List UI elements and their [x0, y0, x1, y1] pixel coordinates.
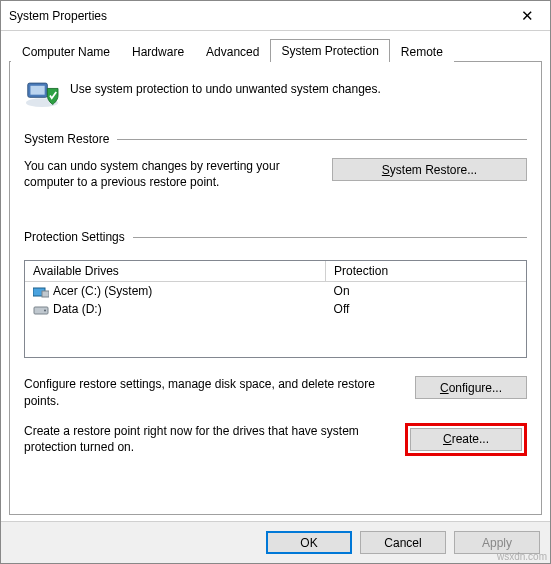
btn-label: reate...: [452, 432, 489, 446]
btn-accel: C: [440, 381, 449, 395]
tab-advanced[interactable]: Advanced: [195, 41, 270, 62]
title-bar: System Properties ✕: [1, 1, 550, 31]
drive-table: Available Drives Protection Acer (C:) (S…: [25, 261, 526, 318]
intro-row: Use system protection to undo unwanted s…: [24, 76, 527, 108]
table-row[interactable]: Acer (C:) (System)On: [25, 282, 526, 301]
col-header-drives[interactable]: Available Drives: [25, 261, 326, 282]
system-protection-icon: [24, 76, 60, 108]
svg-rect-2: [30, 86, 44, 95]
cancel-button[interactable]: Cancel: [360, 531, 446, 554]
btn-accel: C: [443, 432, 452, 446]
tab-strip: Computer Name Hardware Advanced System P…: [11, 39, 542, 61]
drive-icon: [33, 304, 49, 316]
client-area: Computer Name Hardware Advanced System P…: [1, 31, 550, 521]
dialog-footer: OK Cancel Apply: [1, 521, 550, 563]
system-properties-window: System Properties ✕ Computer Name Hardwa…: [0, 0, 551, 564]
window-title: System Properties: [9, 9, 505, 23]
close-button[interactable]: ✕: [505, 1, 550, 30]
tab-system-protection[interactable]: System Protection: [270, 39, 389, 62]
intro-text: Use system protection to undo unwanted s…: [70, 76, 381, 96]
section-header-protection: Protection Settings: [24, 230, 527, 244]
section-title-protection: Protection Settings: [24, 230, 125, 244]
tab-computer-name[interactable]: Computer Name: [11, 41, 121, 62]
col-header-protection[interactable]: Protection: [326, 261, 526, 282]
configure-description: Configure restore settings, manage disk …: [24, 376, 405, 408]
btn-accel: S: [382, 163, 390, 177]
drive-name-cell: Acer (C:) (System): [25, 282, 326, 301]
drive-icon: [33, 286, 49, 298]
create-row: Create a restore point right now for the…: [24, 423, 527, 456]
tab-panel-system-protection: Use system protection to undo unwanted s…: [9, 61, 542, 515]
create-button[interactable]: Create...: [410, 428, 522, 451]
btn-label: onfigure...: [449, 381, 502, 395]
watermark-text: wsxdn.com: [497, 551, 547, 562]
configure-button[interactable]: Configure...: [415, 376, 527, 399]
close-icon: ✕: [521, 7, 534, 25]
restore-row: You can undo system changes by reverting…: [24, 158, 527, 190]
configure-row: Configure restore settings, manage disk …: [24, 376, 527, 408]
section-title-restore: System Restore: [24, 132, 109, 146]
table-row[interactable]: Data (D:)Off: [25, 300, 526, 318]
drive-name: Acer (C:) (System): [53, 284, 152, 298]
drive-status-cell: On: [326, 282, 526, 301]
svg-point-6: [44, 310, 46, 312]
drive-list[interactable]: Available Drives Protection Acer (C:) (S…: [24, 260, 527, 358]
btn-label: ystem Restore...: [390, 163, 477, 177]
system-restore-button[interactable]: System Restore...: [332, 158, 527, 181]
drive-status-cell: Off: [326, 300, 526, 318]
highlight-box: Create...: [405, 423, 527, 456]
tab-remote[interactable]: Remote: [390, 41, 454, 62]
tab-hardware[interactable]: Hardware: [121, 41, 195, 62]
svg-rect-4: [42, 291, 49, 297]
drive-name-cell: Data (D:): [25, 300, 326, 318]
restore-description: You can undo system changes by reverting…: [24, 158, 322, 190]
section-header-restore: System Restore: [24, 132, 527, 146]
ok-button[interactable]: OK: [266, 531, 352, 554]
drive-name: Data (D:): [53, 302, 102, 316]
create-description: Create a restore point right now for the…: [24, 423, 395, 455]
